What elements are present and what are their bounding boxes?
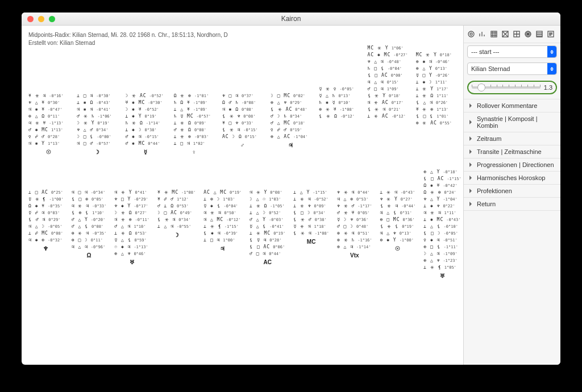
midpoint-row: ♂ △ ⚸0°08' bbox=[72, 223, 107, 230]
accordion-item[interactable]: Synastrie | Komposit | Kombin bbox=[464, 112, 560, 132]
midpoint-row: Ω ✱ ♅-0°35' bbox=[28, 203, 64, 210]
midpoint-row: ♃ ⚹ ♃1°11' bbox=[423, 210, 461, 216]
zoom-slider[interactable] bbox=[472, 86, 541, 89]
midpoint-row: ♂ □ ☽0°48' bbox=[337, 223, 372, 230]
midpoint-row: ⚸ □ ⚸1°01' bbox=[416, 113, 456, 120]
midpoint-block: ☽ ⚹ AC-0°52'♅ ✱ MC-0°30'☽ ✱ ♅-0°52'⊥ ✱ Y… bbox=[125, 93, 165, 155]
midpoint-row: ⊕ △ Ω0°11' bbox=[28, 113, 69, 120]
midpoint-row: ♆ ⚹ ♃0°44' bbox=[337, 189, 372, 196]
midpoint-block: ♅ ⚹ ♃-0°16'♆ △ ♅0°30'♃ ✱ ♅-0°47'⊕ △ Ω0°1… bbox=[28, 93, 69, 155]
accordion-item[interactable]: Harmonisches Horoskop bbox=[464, 172, 560, 185]
midpoint-row: ♂ △ Y-0°03' bbox=[250, 216, 285, 223]
view-mode-row bbox=[464, 26, 560, 43]
midpoint-row: ☿ ☽ ♆0°36' bbox=[337, 216, 372, 223]
midpoint-row: AC ✱ MC-0°27' bbox=[368, 52, 408, 59]
midpoint-row: ♃ △ ☽-0°05' bbox=[28, 223, 64, 230]
midpoint-row: ⊥ ✱ Ω-0°43' bbox=[77, 99, 117, 106]
start-select[interactable]: --- start --- bbox=[467, 45, 557, 58]
text-icon[interactable] bbox=[547, 30, 555, 38]
grid-2-icon[interactable] bbox=[513, 30, 521, 38]
midpoint-row: ⊥ ⚹ Ω0°09' bbox=[174, 120, 214, 127]
midpoint-row: ⚸ ⊕ ⚸1°10' bbox=[72, 210, 107, 216]
wheel-icon[interactable] bbox=[524, 30, 532, 38]
start-select-label: --- start --- bbox=[471, 48, 499, 55]
sidebar: --- start --- Kilian Sternad 1.3 Rollove… bbox=[463, 26, 560, 365]
midpoint-row: ⊕ △ Y-0°18' bbox=[423, 169, 461, 176]
midpoint-row: ⚸ ⚹ ♃-0°15' bbox=[222, 127, 263, 134]
accordion-item[interactable]: Return bbox=[464, 198, 560, 211]
midpoint-row: ☿ △ ♄0°13' bbox=[319, 93, 359, 99]
midpoint-row: ⊕ □ MC0°36' bbox=[380, 216, 416, 223]
midpoint-row: ⊥ △ ♃-0°55' bbox=[157, 223, 196, 230]
midpoint-row: ☿ △ ⚸-0°41' bbox=[250, 223, 285, 230]
chevron-updown-icon bbox=[547, 63, 556, 74]
midpoint-row: ⊕ △ ♆0°46' bbox=[114, 251, 149, 257]
midpoint-row: Ω ✱ ♅-0°42' bbox=[423, 182, 461, 189]
block-footer-symbol: ♅ bbox=[423, 273, 461, 279]
midpoint-row: ⊥ ✱ Y0°19' bbox=[125, 113, 165, 120]
accordion: Rollover KommentareSynastrie | Komposit … bbox=[464, 99, 560, 211]
midpoint-row: ♂ ⚹ ♅0°05' bbox=[337, 210, 372, 216]
midpoint-row: MC ⚹ Y1°06' bbox=[368, 45, 408, 52]
midpoint-row: ♃ △ ♃-0°96' bbox=[72, 244, 107, 251]
block-footer-symbol: ♅ bbox=[114, 259, 149, 265]
midpoint-row: ♂ ✱ ♃-0°15' bbox=[125, 134, 165, 140]
midpoint-row: ⚸ ⚹ AC0°48' bbox=[271, 106, 311, 113]
midpoint-row: ♅ □ ♆0°33' bbox=[222, 120, 263, 127]
midpoint-row: ⚸ ⚹ ♃0°21' bbox=[368, 106, 408, 113]
chart-select[interactable]: Kilian Sternad bbox=[467, 62, 557, 75]
midpoint-row: ⊥ ⚹ Ω-1°05' bbox=[250, 203, 285, 210]
midpoint-row: AC ☽ Ω0°15' bbox=[222, 134, 263, 140]
chart-select-label: Kilian Sternad bbox=[471, 65, 510, 72]
midpoint-row: ♂ △ Y-0°20' bbox=[72, 216, 107, 223]
midpoint-row: ⊕ ⚹ ♅-1°08' bbox=[319, 106, 359, 113]
midpoint-row: ⊕ △ ♃-1°14' bbox=[337, 244, 372, 251]
block-footer-symbol: ☿ bbox=[125, 149, 165, 155]
slider-thumb[interactable] bbox=[477, 84, 485, 91]
midpoint-row: ☽ ✱ ♅-0°52' bbox=[125, 106, 165, 113]
midpoint-row: ♅ ⚹ ♃-0°16' bbox=[28, 93, 69, 99]
midpoint-row: ⊥ □ AC0°25' bbox=[28, 189, 64, 196]
midpoint-block: Ω ⚹ ⊕-1°01'♄ Ω ♅-1°09'⊥ △ ♅-1°09'♄ ☿ MC-… bbox=[174, 93, 214, 155]
midpoint-row: MC ⚹ Y0°18' bbox=[416, 52, 456, 59]
midpoint-row: Ω ♂ ♄-0°08' bbox=[222, 99, 263, 106]
midpoint-row: ♄ ⚹ Ω-1°14' bbox=[125, 120, 165, 127]
accordion-item[interactable]: Transite | Zeitmaschine bbox=[464, 145, 560, 159]
midpoint-block: ♃ □ ♃-0°34'⚸ □ ⊕0°05'♃ ⚹ ♃-0°33'⚸ ⊕ ⚸1°1… bbox=[72, 189, 107, 279]
accordion-item[interactable]: Profektionen bbox=[464, 185, 560, 198]
svg-point-1 bbox=[470, 33, 472, 35]
midpoint-block: ⊥ □ ♃-0°30'⊥ ✱ Ω-0°43'♃ ✱ ♃-0°41'♂ ⚹ ♄-1… bbox=[77, 93, 117, 155]
crosshair-icon[interactable] bbox=[501, 30, 509, 38]
radial-icon[interactable] bbox=[467, 30, 475, 38]
midpoint-row: ⊥ ⚹ ♃-0°52' bbox=[293, 196, 329, 203]
block-footer-symbol: ♃ bbox=[203, 245, 242, 252]
midpoint-row: ♃ ✱ Ω0°08' bbox=[222, 106, 263, 113]
midpoint-row: ♆ □ ♃0°37' bbox=[222, 93, 263, 99]
midpoint-row: ⊥ ✱ ☽0°38' bbox=[125, 127, 165, 134]
block-footer-symbol: ♆ bbox=[28, 245, 64, 252]
midpoint-block: ♃ ⚹ Y0°08'☽ △ ☉1°03'⊥ ⚹ Ω-1°05'⊥ △ ☽0°52… bbox=[250, 189, 285, 279]
accordion-item[interactable]: Rollover Kommentare bbox=[464, 99, 560, 112]
midpoint-block: ♅ ⚹ MC-1°08'♅ ☍ ♂1°12'♂ ⊥ Ω0°53'☽ □ AC0°… bbox=[157, 189, 196, 279]
list-icon[interactable] bbox=[535, 30, 543, 38]
accordion-item[interactable]: Progressionen | Directionen bbox=[464, 159, 560, 172]
midpoint-row: ☽ ⚹ Y0°19' bbox=[77, 120, 117, 127]
midpoint-row: ⊥ ⚹ AC-0°12' bbox=[368, 113, 408, 120]
midpoint-row: ☿ ☍ ♃0°03' bbox=[28, 210, 64, 216]
midpoint-row: ♆ □ Y-0°29' bbox=[114, 196, 149, 203]
accordion-item[interactable]: Zeitraum bbox=[464, 132, 560, 145]
midpoint-row: ♂ ⚹ Ω0°08' bbox=[174, 127, 214, 134]
midpoint-row: ☿ △ ⚸0°59' bbox=[114, 237, 149, 244]
midpoint-row: ♀ ☍ ♂0°28' bbox=[28, 134, 69, 140]
midpoint-row: ♃ ✱ ⊕-0°32' bbox=[28, 237, 64, 244]
midpoint-row: ⊕ ✱ Y-1°00' bbox=[380, 237, 416, 244]
grid-3-icon[interactable] bbox=[490, 30, 498, 38]
midpoint-row: ☉ ✱ ♃-1°13' bbox=[114, 244, 149, 251]
midpoints-grid: ♅ ⚹ ♃-0°16'♆ △ ♅0°30'♃ ✱ ♅-0°47'⊕ △ Ω0°1… bbox=[28, 72, 456, 279]
midpoint-row: ♂ ☽ ♄0°34' bbox=[271, 113, 311, 120]
midpoint-row: ☽ △ ♃-1°09' bbox=[423, 251, 461, 257]
midpoint-row: ♃ ✱ Y1°13' bbox=[28, 140, 69, 147]
midpoint-row: ♃ ✱ ♅-0°47' bbox=[28, 106, 69, 113]
midpoint-row: ♃ △ MC-0°12' bbox=[203, 216, 242, 223]
bars-icon[interactable] bbox=[479, 30, 487, 38]
